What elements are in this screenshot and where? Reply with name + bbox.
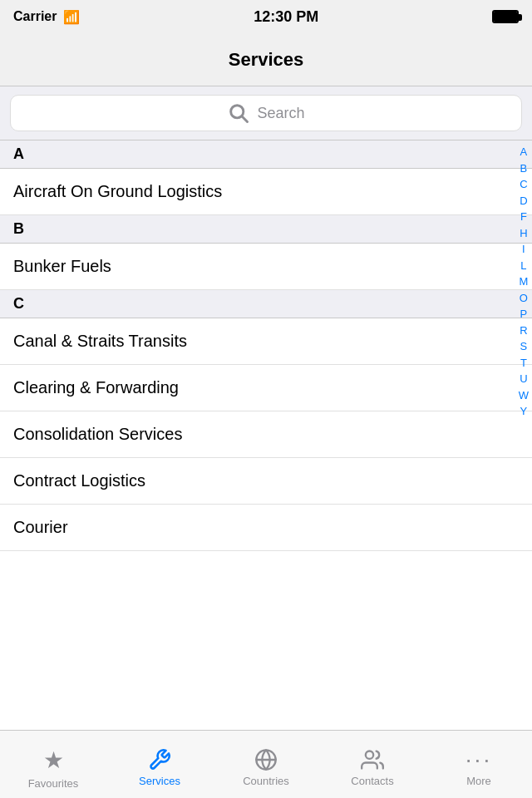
list-item[interactable]: Aircraft On Ground Logistics	[0, 169, 532, 215]
star-icon: ★	[43, 746, 64, 774]
tab-more-label: More	[466, 775, 491, 787]
section-header-b: B	[0, 215, 532, 244]
index-s[interactable]: S	[520, 338, 528, 355]
tab-services[interactable]: Services	[106, 741, 213, 787]
index-m[interactable]: M	[519, 273, 528, 290]
index-f[interactable]: F	[520, 209, 527, 225]
list-item[interactable]: Consolidation Services	[0, 411, 532, 458]
list-container: A Aircraft On Ground Logistics B Bunker …	[0, 140, 532, 731]
more-icon: ···	[466, 748, 492, 771]
globe-icon	[254, 748, 278, 771]
index-h[interactable]: H	[520, 225, 527, 242]
tab-countries[interactable]: Countries	[213, 741, 319, 787]
status-time: 12:30 PM	[254, 8, 318, 26]
navigation-bar: Services	[0, 33, 532, 86]
index-y[interactable]: Y	[520, 403, 528, 420]
index-p[interactable]: P	[520, 306, 528, 323]
status-left: Carrier 📶	[13, 9, 80, 25]
wifi-icon: 📶	[63, 9, 80, 25]
tab-favourites[interactable]: ★ Favourites	[0, 740, 106, 790]
battery-icon	[492, 10, 519, 23]
tab-more[interactable]: ··· More	[426, 741, 532, 787]
section-header-c: C	[0, 290, 532, 318]
search-placeholder: Search	[257, 105, 304, 122]
index-l[interactable]: L	[520, 258, 526, 274]
index-w[interactable]: W	[519, 387, 529, 404]
section-header-a: A	[0, 140, 532, 169]
svg-point-4	[366, 751, 373, 759]
index-b[interactable]: B	[520, 160, 528, 177]
index-o[interactable]: O	[520, 290, 528, 307]
list-item[interactable]: Clearing & Forwarding	[0, 365, 532, 411]
index-r[interactable]: R	[520, 323, 527, 339]
carrier-label: Carrier	[13, 9, 57, 24]
search-container: Search	[0, 86, 532, 140]
search-icon	[227, 101, 250, 125]
tab-contacts[interactable]: Contacts	[319, 741, 426, 787]
list-item[interactable]: Bunker Fuels	[0, 244, 532, 290]
tab-bar: ★ Favourites Services Countries Contacts…	[0, 730, 532, 798]
search-bar[interactable]: Search	[10, 95, 522, 131]
list-item[interactable]: Canal & Straits Transits	[0, 318, 532, 365]
contacts-icon	[361, 748, 384, 771]
index-i[interactable]: I	[522, 241, 525, 258]
svg-line-1	[243, 116, 248, 121]
section-index[interactable]: A B C D F H I L M O P R S T U W Y	[519, 140, 529, 423]
tab-contacts-label: Contacts	[351, 775, 393, 787]
index-u[interactable]: U	[520, 371, 527, 387]
tab-services-label: Services	[139, 775, 180, 787]
status-right	[492, 10, 519, 23]
page-title: Services	[229, 49, 304, 71]
list-item[interactable]: Courier	[0, 505, 532, 551]
index-t[interactable]: T	[520, 355, 527, 372]
status-bar: Carrier 📶 12:30 PM	[0, 0, 532, 33]
list-item[interactable]: Contract Logistics	[0, 458, 532, 505]
index-a[interactable]: A	[520, 144, 528, 160]
tab-favourites-label: Favourites	[28, 777, 79, 790]
index-d[interactable]: D	[520, 193, 527, 209]
index-c[interactable]: C	[520, 176, 527, 193]
wrench-icon	[148, 748, 171, 771]
tab-countries-label: Countries	[243, 775, 289, 787]
